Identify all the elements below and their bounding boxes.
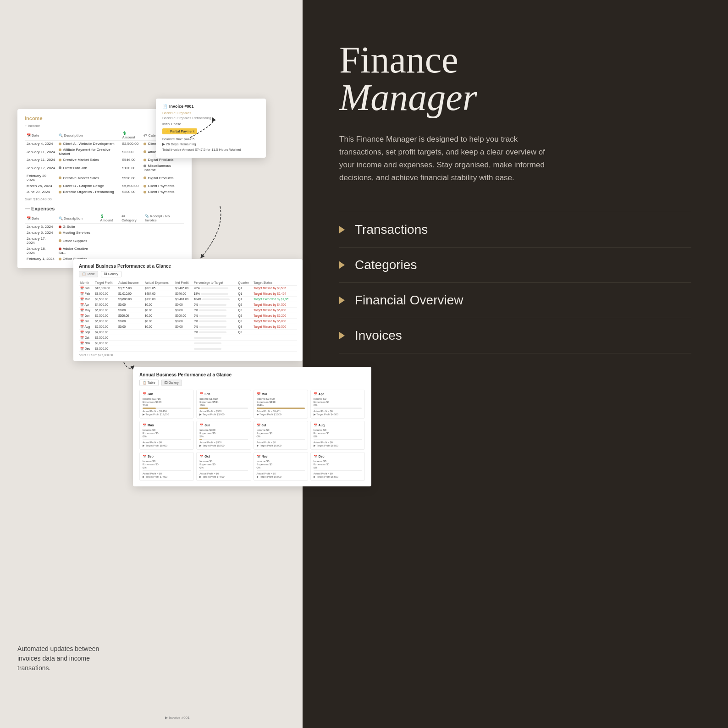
pt-col-header: Actual Expenses (143, 280, 174, 286)
left-panel: Income + Income 📅 Date 🔍 Description 💲 A… (0, 0, 303, 728)
nav-label-transactions: Transactions (355, 222, 428, 237)
expenses-title: — Expenses (25, 206, 184, 211)
income-total: Sum $10,643.00 (25, 197, 184, 201)
nav-label-financial: Financial Overview (355, 293, 463, 308)
invoice-phase: Initial Phase (162, 122, 259, 126)
pt-col-header: Net Profit (174, 280, 192, 286)
pt-data-row: 📅 Mar $3,500.00 $9,600.00 $139.00 $9,461… (79, 297, 297, 302)
nav-arrow-categories (339, 261, 345, 269)
pt-data-row: 📅 May $5,000.00 $0.00 $0.00 $0.00 0% Q2 … (79, 308, 297, 313)
gallery-month-cell: 📅 May Income $0 Expenses $0 0% Actual Pr… (139, 421, 194, 450)
pt-data-row: 📅 Jan $12,000.00 $3,715.00 $328.05 $3,40… (79, 286, 297, 291)
pt-col-header: Actual Income (117, 280, 143, 286)
performance-table-card: Annual Business Performance at a Glance … (73, 259, 303, 361)
navigation: Transactions Categories Financial Overvi… (339, 212, 691, 353)
income-row: January 17, 2024 Fiverr Odd Job $120.00 … (25, 163, 184, 173)
income-row: February 29, 2024 Creative Market Sales … (25, 173, 184, 183)
pt-data-row: 📅 Nov $8,000.00 (79, 341, 297, 346)
pt-data-row: 📅 Feb $3,000.00 $1,010.00 $484.00 $546.0… (79, 291, 297, 297)
col-desc: 🔍 Description (57, 130, 120, 141)
tab-gallery[interactable]: 🖼 Gallery (101, 271, 121, 277)
pt-data-row: 📅 Jul $6,000.00 $0.00 $0.00 $0.00 0% Q3 … (79, 319, 297, 324)
nav-label-invoices: Invoices (355, 328, 402, 343)
pt-data-row: 📅 Jun $5,500.00 $300.00 $0.00 $300.00 5%… (79, 313, 297, 319)
gallery-grid: 📅 Jan Income $3,715 Expenses $328 28% Ac… (139, 390, 365, 481)
gallery-tabs: 📋 Table 🖼 Gallery (139, 380, 365, 386)
invoice-org2: Borcelle Organics Rebranding (162, 116, 259, 120)
pt-data-row: 📅 Apr $4,000.00 $0.00 $0.00 $0.00 0% Q2 … (79, 302, 297, 308)
pt-col-header: Quarter (237, 280, 253, 286)
pt-col-header: Percentage to Target (193, 280, 237, 286)
income-row: March 25, 2024 Client B - Graphic Design… (25, 183, 184, 189)
pt-data-row: 📅 Aug $6,500.00 $0.00 $0.00 $0.00 0% Q3 … (79, 324, 297, 330)
nav-categories[interactable]: Categories (339, 248, 691, 283)
pt-col-header: Target Status (252, 280, 297, 286)
invoice-org: Borcelle Organics (162, 111, 259, 115)
tab-table[interactable]: 📋 Table (79, 271, 98, 277)
income-row: June 29, 2024 Borcelle Organics - Rebran… (25, 189, 184, 195)
pt-data-row: 📅 Sep $7,000.00 0% Q3 (79, 330, 297, 335)
bottom-caption: Automated updates between invoices data … (17, 644, 109, 673)
gallery-tab-table[interactable]: 📋 Table (139, 380, 159, 386)
expense-row: January 3, 2024 G-Suite (25, 224, 184, 230)
exp-col-receipt: 📎 Receipt / No Invoice (143, 213, 184, 224)
pt-col-header: Month (79, 280, 94, 286)
expenses-table: 📅 Date 🔍 Description 💲 Amount 🏷 Category… (25, 213, 184, 262)
gallery-month-cell: 📅 Feb Income $1,010 Expenses $534 18% Ac… (196, 390, 251, 419)
nav-financial-overview[interactable]: Financial Overview (339, 283, 691, 318)
exp-col-desc: 🔍 Description (57, 213, 99, 224)
expense-row: January 6, 2024 Hosting Services (25, 230, 184, 236)
gallery-month-cell: 📅 Sep Income $0 Expenses $0 0% Actual Pr… (139, 452, 194, 481)
exp-col-cat: 🏷 Category (120, 213, 143, 224)
invoice-status: ⚡ Partial Payment (162, 128, 197, 134)
invoice-ref-label: ▶ Invoice #001 (165, 716, 190, 720)
right-panel: Finance Manager This Finance Manager is … (303, 0, 728, 728)
invoice-detail: Balance Due: $447.5 ▶ 26 Days Remaining … (162, 137, 259, 152)
gallery-card: Annual Business Performance at a Glance … (133, 367, 371, 486)
income-row: January 11, 2024 Creative Market Sales $… (25, 157, 184, 163)
pt-col-header: Target Profit (94, 280, 117, 286)
nav-label-categories: Categories (355, 258, 417, 272)
perf-title: Annual Business Performance at a Glance (79, 264, 297, 269)
expense-row: January 17, 2024 Office Supplies (25, 236, 184, 246)
gallery-title: Annual Business Performance at a Glance (139, 372, 365, 377)
nav-arrow-invoices (339, 332, 345, 339)
pt-data-row: 📅 Dec $8,500.00 (79, 346, 297, 352)
gallery-tab-gallery[interactable]: 🖼 Gallery (161, 380, 182, 386)
gallery-month-cell: 📅 Apr Income $0 Expenses $0 0% Actual Pr… (310, 390, 365, 419)
nav-transactions[interactable]: Transactions (339, 212, 691, 248)
nav-arrow-transactions (339, 226, 345, 233)
nav-arrow-financial (339, 297, 345, 304)
perf-footer: count 12 Sum $77,000.00 (79, 353, 297, 357)
pt-data-row: 📅 Oct $7,500.00 (79, 335, 297, 341)
app-description: This Finance Manager is designed to help… (339, 133, 559, 184)
exp-col-date: 📅 Date (25, 213, 57, 224)
gallery-month-cell: 📅 Jan Income $3,715 Expenses $328 28% Ac… (139, 390, 194, 419)
perf-tabs: 📋 Table 🖼 Gallery (79, 271, 297, 277)
gallery-month-cell: 📅 Oct Income $0 Expenses $0 0% Actual Pr… (196, 452, 251, 481)
invoice-popup: 📄 Invoice #001 Borcelle Organics Borcell… (156, 99, 266, 158)
gallery-month-cell: 📅 Jun Income $300 Expenses $0 5% Actual … (196, 421, 251, 450)
gallery-month-cell: 📅 Dec Income $0 Expenses $0 0% Actual Pr… (310, 452, 365, 481)
exp-col-amount: 💲 Amount (98, 213, 120, 224)
gallery-month-cell: 📅 Nov Income $0 Expenses $0 0% Actual Pr… (254, 452, 308, 481)
gallery-month-cell: 📅 Jul Income $0 Expenses $0 0% Actual Pr… (254, 421, 308, 450)
expense-row: January 18, 2024 Adobe Creative Su... (25, 246, 184, 256)
gallery-month-cell: 📅 Mar Income $9,600 Expenses $139 184% A… (254, 390, 308, 419)
perf-data-table: MonthTarget ProfitActual IncomeActual Ex… (79, 280, 297, 352)
gallery-month-cell: 📅 Aug Income $0 Expenses $0 0% Actual Pr… (310, 421, 365, 450)
nav-invoices[interactable]: Invoices (339, 318, 691, 353)
col-date: 📅 Date (25, 130, 57, 141)
col-amount: 💲 Amount (121, 130, 142, 141)
app-title: Finance Manager (339, 41, 691, 116)
invoice-header: 📄 Invoice #001 (162, 104, 259, 109)
